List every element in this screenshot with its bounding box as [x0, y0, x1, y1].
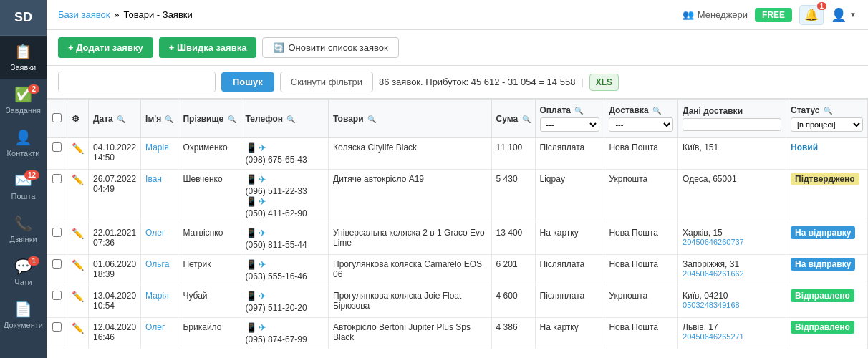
- name-link[interactable]: Ольга: [145, 259, 169, 269]
- breadcrumb: Бази заявок » Товари - Заявки: [58, 9, 677, 20]
- status-sort-icon[interactable]: 🔍: [824, 107, 832, 115]
- row-status: Відправлено: [786, 286, 868, 318]
- telegram-icon: ✈: [259, 322, 266, 333]
- phone-sort-icon[interactable]: 🔍: [286, 115, 295, 123]
- reset-filters-button[interactable]: Скинути фільтри: [280, 72, 373, 92]
- row-checkbox-4[interactable]: [52, 291, 62, 300]
- edit-icon[interactable]: ✏️: [72, 174, 84, 185]
- th-date: Дата 🔍: [89, 100, 141, 138]
- gear-icon[interactable]: ⚙: [72, 114, 79, 124]
- row-goods: Дитяче автокрісло А19: [329, 170, 492, 223]
- sidebar-item-docs[interactable]: 📄 Документи: [0, 294, 47, 337]
- row-surname: Охрименко: [178, 138, 241, 170]
- edit-icon[interactable]: ✏️: [72, 259, 84, 271]
- stats-text: 86 заявок. Прибуток: 45 612 - 31 054 = 1…: [379, 77, 575, 87]
- row-checkbox-2[interactable]: [52, 228, 62, 237]
- row-sum: 13 400: [491, 223, 535, 255]
- row-checkbox-1[interactable]: [52, 174, 62, 183]
- breadcrumb-link[interactable]: Бази заявок: [58, 9, 110, 20]
- sidebar-item-contacts[interactable]: 👤 Контакти: [0, 122, 47, 165]
- phone-entry: 📱✈ (050) 811-55-44: [246, 228, 324, 250]
- top-header: Бази заявок » Товари - Заявки 👥 Менеджер…: [47, 0, 868, 30]
- row-phone: 📱✈ (097) 511-20-20: [241, 286, 328, 318]
- phone-entry: 📱✈ (063) 555-16-46: [246, 259, 324, 281]
- goods-sort-icon[interactable]: 🔍: [367, 115, 376, 123]
- name-link[interactable]: Іван: [145, 174, 162, 184]
- viber-icon: 📱: [246, 291, 257, 301]
- row-payment: На картку: [535, 318, 604, 349]
- row-goods: Універсальна коляска 2 в 1 Graco Evo Lim…: [329, 223, 492, 255]
- row-surname: Матвієнко: [178, 223, 241, 255]
- toolbar: + Додати заявку + Швидка заявка 🔄 Оновит…: [47, 30, 868, 66]
- date-sort-icon[interactable]: 🔍: [117, 115, 125, 123]
- tracking-link[interactable]: 0503248349168: [683, 301, 781, 309]
- row-sum: 6 201: [491, 255, 535, 286]
- row-sum: 5 430: [491, 170, 535, 223]
- phone-entry: 📱✈ (096) 511-22-33: [246, 174, 324, 196]
- name-link[interactable]: Марія: [145, 142, 169, 153]
- add-order-button[interactable]: + Додати заявку: [58, 37, 153, 58]
- tracking-link[interactable]: 20450646265271: [683, 332, 781, 341]
- viber-icon: 📱: [246, 259, 257, 270]
- delivery-filter-select[interactable]: --- Нова Пошта Укрпошта: [609, 117, 673, 132]
- phone-entry: 📱✈ (050) 411-62-90: [246, 196, 324, 218]
- payment-sort-icon[interactable]: 🔍: [574, 107, 583, 115]
- search-input[interactable]: [59, 72, 215, 92]
- row-checkbox-cell: [47, 255, 67, 286]
- phone-number: (095) 874-67-99: [246, 334, 307, 344]
- row-checkbox-5[interactable]: [52, 322, 62, 332]
- delivery-sort-icon[interactable]: 🔍: [652, 107, 661, 115]
- sidebar-item-orders[interactable]: 📋 Заявки: [0, 36, 47, 79]
- row-delivery: Нова Пошта: [604, 223, 678, 255]
- th-delivery: Доставка 🔍 --- Нова Пошта Укрпошта: [604, 100, 678, 138]
- managers-button[interactable]: 👥 Менеджери: [683, 9, 748, 20]
- table-header-row: ⚙ Дата 🔍 Ім'я 🔍 Прізвище 🔍 Телефон 🔍: [47, 100, 868, 138]
- row-date: 26.07.202204:49: [89, 170, 141, 223]
- surname-sort-icon[interactable]: 🔍: [228, 115, 236, 123]
- status-filter-select[interactable]: [в процесі] Новий Підтверджено На відпра…: [791, 117, 863, 132]
- tracking-link[interactable]: 20450646260737: [683, 238, 781, 246]
- quick-order-button[interactable]: + Швидка заявка: [159, 37, 257, 58]
- xls-export-button[interactable]: XLS: [589, 74, 619, 91]
- bell-icon: 🔔: [804, 8, 819, 21]
- status-badge: На відправку: [791, 226, 855, 239]
- search-button[interactable]: Пошук: [221, 72, 274, 92]
- edit-icon[interactable]: ✏️: [72, 228, 84, 239]
- row-phone: 📱✈ (050) 811-55-44: [241, 223, 328, 255]
- sidebar-item-chats[interactable]: 1 💬 Чати: [0, 251, 47, 294]
- name-sort-icon[interactable]: 🔍: [165, 115, 173, 123]
- sidebar-item-mail[interactable]: 12 ✉️ Пошта: [0, 165, 47, 208]
- edit-icon[interactable]: ✏️: [72, 322, 84, 334]
- row-checkbox-0[interactable]: [52, 142, 62, 152]
- delivery-data-filter-input[interactable]: [683, 118, 781, 131]
- viber-icon: 📱: [246, 228, 257, 238]
- notification-button[interactable]: 🔔 1: [799, 5, 824, 25]
- select-all-checkbox[interactable]: [52, 113, 62, 122]
- payment-filter-select[interactable]: --- Післяплата Liqpay На картку: [540, 117, 600, 132]
- tracking-link[interactable]: 20450646261662: [683, 269, 781, 278]
- table-row: ✏️01.06.202018:39ОльгаПетрик📱✈ (063) 555…: [47, 255, 868, 286]
- edit-icon[interactable]: ✏️: [72, 142, 84, 154]
- chats-badge: 1: [28, 256, 39, 266]
- pipe-separator: |: [581, 77, 583, 87]
- row-checkbox-3[interactable]: [52, 259, 62, 268]
- name-link[interactable]: Марія: [145, 291, 169, 301]
- row-date: 22.01.202107:36: [89, 223, 141, 255]
- phone-entry: 📱✈ (095) 874-67-99: [246, 322, 324, 344]
- row-name: Олег: [141, 318, 178, 349]
- user-menu-button[interactable]: 👤 ▼: [831, 7, 857, 23]
- breadcrumb-separator: »: [114, 9, 119, 20]
- table-row: ✏️04.10.202214:50МаріяОхрименко📱✈ (098) …: [47, 138, 868, 170]
- telegram-icon: ✈: [259, 259, 266, 270]
- refresh-button[interactable]: 🔄 Оновити список заявок: [262, 37, 398, 58]
- sidebar-item-calls[interactable]: 📞 Дзвінки: [0, 208, 47, 251]
- name-link[interactable]: Олег: [145, 322, 165, 332]
- name-link[interactable]: Олег: [145, 228, 165, 238]
- sum-sort-icon[interactable]: 🔍: [522, 115, 531, 123]
- phone-number: (097) 511-20-20: [246, 303, 307, 313]
- viber-icon: 📱: [246, 174, 257, 185]
- sidebar-item-tasks[interactable]: 2 ✅ Завдання: [0, 79, 47, 122]
- phone-number: (050) 811-55-44: [246, 240, 307, 250]
- row-payment: Післяплата: [535, 138, 604, 170]
- edit-icon[interactable]: ✏️: [72, 291, 84, 302]
